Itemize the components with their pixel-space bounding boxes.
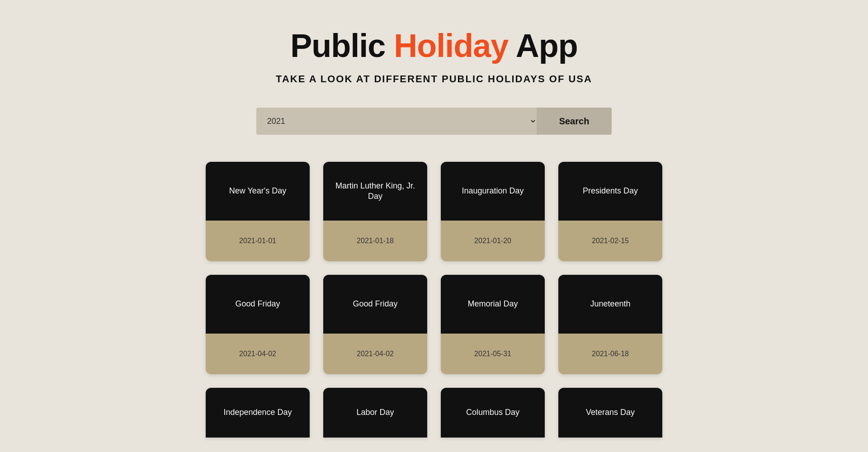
holiday-name: Juneteenth [590, 299, 630, 309]
year-select[interactable]: 2019 2020 2021 2022 2023 [256, 108, 537, 135]
title-prefix: Public [290, 28, 394, 64]
main-title: Public Holiday App [9, 27, 859, 64]
holiday-card[interactable]: Veterans Day [558, 388, 662, 438]
holiday-name: Memorial Day [467, 299, 518, 309]
search-section: 2019 2020 2021 2022 2023 Search [9, 108, 859, 135]
holiday-card[interactable]: Good Friday2021-04-02 [323, 275, 427, 374]
holiday-card[interactable]: Presidents Day2021-02-15 [558, 162, 662, 261]
holiday-name: New Year's Day [229, 186, 287, 196]
holiday-name: Columbus Day [466, 407, 519, 418]
holiday-card[interactable]: Good Friday2021-04-02 [206, 275, 310, 374]
cards-grid: New Year's Day2021-01-01Martin Luther Ki… [140, 162, 728, 438]
holiday-name: Presidents Day [583, 186, 638, 196]
holiday-card[interactable]: Inauguration Day2021-01-20 [441, 162, 545, 261]
holiday-card[interactable]: Juneteenth2021-06-18 [558, 275, 662, 374]
holiday-date: 2021-01-20 [474, 237, 511, 245]
holiday-date: 2021-06-18 [592, 350, 629, 358]
title-suffix: App [508, 28, 577, 64]
holiday-card[interactable]: Memorial Day2021-05-31 [441, 275, 545, 374]
holiday-name: Independence Day [223, 407, 292, 418]
search-button[interactable]: Search [537, 108, 612, 135]
holiday-date: 2021-02-15 [592, 237, 629, 245]
holiday-card[interactable]: Columbus Day [441, 388, 545, 438]
holiday-date: 2021-01-18 [357, 237, 394, 245]
holiday-card[interactable]: Independence Day [206, 388, 310, 438]
holiday-name: Good Friday [235, 299, 280, 309]
holiday-card[interactable]: Labor Day [323, 388, 427, 438]
holiday-date: 2021-01-01 [239, 237, 276, 245]
holiday-name: Inauguration Day [462, 186, 524, 196]
subtitle: TAKE A LOOK AT DIFFERENT PUBLIC HOLIDAYS… [9, 73, 859, 85]
holiday-date: 2021-05-31 [474, 350, 511, 358]
holiday-date: 2021-04-02 [239, 350, 276, 358]
title-highlight: Holiday [394, 28, 508, 64]
holiday-name: Good Friday [353, 299, 397, 309]
holiday-card[interactable]: New Year's Day2021-01-01 [206, 162, 310, 261]
holiday-card[interactable]: Martin Luther King, Jr. Day2021-01-18 [323, 162, 427, 261]
header: Public Holiday App TAKE A LOOK AT DIFFER… [9, 27, 859, 85]
holiday-date: 2021-04-02 [357, 350, 394, 358]
holiday-name: Martin Luther King, Jr. Day [332, 181, 418, 202]
holiday-name: Veterans Day [586, 407, 635, 418]
holiday-name: Labor Day [356, 407, 394, 418]
page-container: Public Holiday App TAKE A LOOK AT DIFFER… [0, 0, 868, 452]
